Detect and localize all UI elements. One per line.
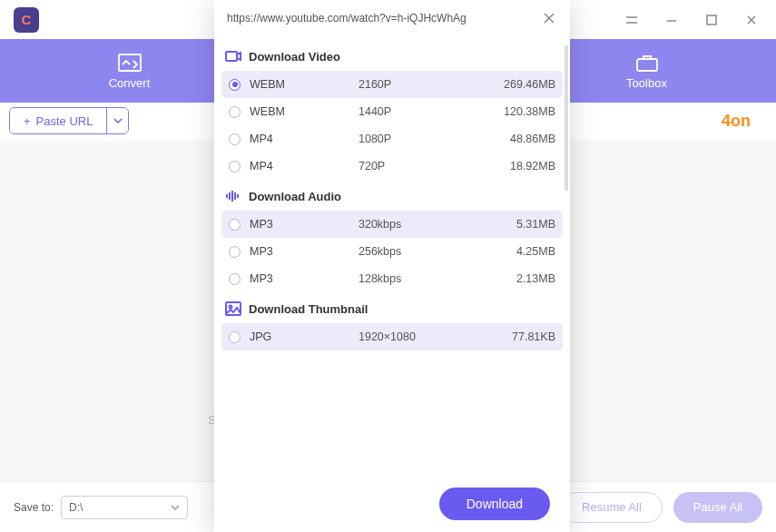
pause-all-button[interactable]: Pause All — [673, 492, 762, 523]
audio-option-row[interactable]: MP3 320kbps 5.31MB — [221, 211, 563, 238]
section-header-video: Download Video — [221, 40, 563, 71]
paste-url-dropdown[interactable] — [106, 108, 128, 133]
svg-rect-3 — [226, 52, 237, 61]
radio-unselected — [229, 219, 241, 231]
nav-label-toolbox: Toolbox — [626, 76, 667, 90]
section-header-audio: Download Audio — [221, 180, 563, 211]
plus-icon: + — [24, 114, 31, 128]
svg-point-5 — [230, 306, 232, 309]
audio-option-row[interactable]: MP3 128kbps 2.13MB — [221, 265, 563, 292]
modal-close-button[interactable] — [541, 10, 557, 26]
download-button[interactable]: Download — [439, 488, 550, 520]
modal-body: Download Video WEBM 2160P 269.46MB WEBM … — [214, 36, 570, 476]
close-icon[interactable] — [745, 14, 758, 26]
paste-url-button[interactable]: + Paste URL — [10, 108, 106, 133]
scrollbar[interactable] — [565, 45, 568, 191]
nav-label-convert: Convert — [109, 76, 151, 90]
audio-icon — [225, 189, 241, 203]
chevron-down-icon — [171, 505, 180, 510]
thumb-option-row[interactable]: JPG 1920×1080 77.81KB — [221, 323, 563, 350]
audio-option-row[interactable]: MP3 256kbps 4.25MB — [221, 238, 563, 265]
nav-item-toolbox[interactable]: Toolbox — [602, 53, 693, 90]
radio-selected — [229, 79, 241, 91]
video-option-row[interactable]: WEBM 1440P 120.38MB — [221, 98, 563, 125]
save-to-label: Save to: — [14, 501, 54, 514]
video-option-row[interactable]: WEBM 2160P 269.46MB — [221, 71, 563, 98]
modal-header: https://www.youtube.com/watch?v=h-iQJHcW… — [214, 0, 570, 36]
section-title-thumb: Download Thumbnail — [249, 302, 368, 316]
url-display: https://www.youtube.com/watch?v=h-iQJHcW… — [227, 12, 532, 25]
section-title-video: Download Video — [249, 50, 340, 64]
brand-logo: 4on — [722, 112, 767, 131]
app-logo: C — [14, 7, 39, 33]
radio-unselected — [229, 106, 241, 118]
toolbox-icon — [634, 53, 660, 73]
video-icon — [225, 49, 241, 64]
image-icon — [225, 301, 241, 316]
paste-url-label: Paste URL — [36, 114, 93, 128]
svg-rect-2 — [637, 59, 657, 71]
video-option-row[interactable]: MP4 1080P 48.86MB — [221, 125, 563, 153]
resume-all-button[interactable]: Resume All — [561, 492, 663, 523]
radio-unselected — [229, 161, 241, 172]
minimize-icon[interactable] — [665, 14, 678, 26]
paste-url-group: + Paste URL — [9, 107, 129, 134]
nav-item-convert[interactable]: Convert — [84, 53, 175, 90]
radio-unselected — [229, 133, 241, 145]
radio-unselected — [229, 331, 241, 343]
svg-rect-1 — [119, 54, 141, 71]
chevron-down-icon — [113, 118, 123, 123]
radio-unselected — [229, 246, 241, 258]
section-header-thumb: Download Thumbnail — [221, 292, 563, 323]
menu-icon[interactable] — [625, 14, 638, 26]
svg-rect-0 — [707, 15, 716, 25]
section-title-audio: Download Audio — [249, 190, 341, 203]
modal-footer: Download — [214, 476, 570, 532]
maximize-icon[interactable] — [705, 14, 718, 26]
radio-unselected — [229, 273, 241, 285]
convert-icon — [117, 53, 142, 73]
window-controls — [625, 14, 767, 26]
save-path-value: D:\ — [69, 501, 83, 514]
save-path-select[interactable]: D:\ — [61, 496, 188, 519]
video-option-row[interactable]: MP4 720P 18.92MB — [221, 153, 563, 180]
download-options-modal: https://www.youtube.com/watch?v=h-iQJHcW… — [214, 0, 570, 532]
